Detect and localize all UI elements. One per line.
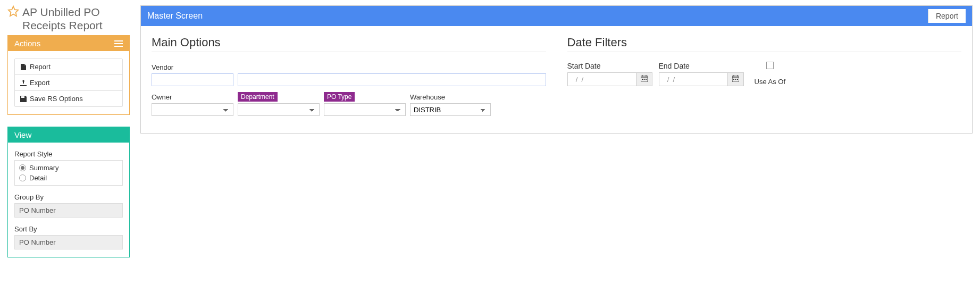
report-style-label: Report Style xyxy=(14,150,123,158)
actions-panel: Actions Report Export xyxy=(7,35,130,115)
master-screen: Master Screen Report Main Options Vendor xyxy=(140,5,973,134)
vendor-code-input[interactable] xyxy=(152,73,233,86)
page-title-text: AP Unbilled PO Receipts Report xyxy=(22,5,130,32)
sort-by-label: Sort By xyxy=(14,225,123,233)
file-icon xyxy=(20,64,27,70)
action-label: Export xyxy=(30,79,50,87)
use-as-of-label: Use As Of xyxy=(755,78,786,86)
main-options-title: Main Options xyxy=(152,36,546,52)
end-date-input[interactable] xyxy=(659,72,728,86)
vendor-name-input[interactable] xyxy=(238,73,546,86)
radio-summary-label: Summary xyxy=(29,164,59,172)
radio-detail[interactable]: Detail xyxy=(19,173,118,183)
action-save-rs-options[interactable]: Save RS Options xyxy=(15,91,122,106)
action-report[interactable]: Report xyxy=(15,59,122,75)
action-label: Report xyxy=(30,63,51,71)
star-icon[interactable] xyxy=(7,5,19,17)
svg-rect-13 xyxy=(735,79,736,80)
po-type-select[interactable] xyxy=(324,103,406,116)
view-panel: View Report Style Summary Detail xyxy=(7,127,130,257)
calendar-icon xyxy=(732,75,739,84)
menu-icon[interactable] xyxy=(114,40,123,47)
sort-by-select[interactable]: PO Number xyxy=(14,235,123,249)
tab-report[interactable]: Report xyxy=(928,9,966,23)
svg-rect-12 xyxy=(733,79,734,80)
use-as-of-checkbox[interactable] xyxy=(766,62,774,69)
po-type-label: PO Type xyxy=(324,92,355,102)
main-options-section: Main Options Vendor Owner xyxy=(152,36,546,118)
radio-summary[interactable]: Summary xyxy=(19,163,118,173)
action-export[interactable]: Export xyxy=(15,75,122,91)
warehouse-label: Warehouse xyxy=(410,91,491,102)
radio-detail-label: Detail xyxy=(29,174,47,182)
group-by-select[interactable]: PO Number xyxy=(14,203,123,218)
date-filters-section: Date Filters Start Date xyxy=(567,36,962,86)
master-header: Master Screen Report xyxy=(141,6,972,26)
calendar-icon xyxy=(641,75,648,84)
svg-rect-6 xyxy=(643,79,644,80)
end-date-label: End Date xyxy=(659,62,744,70)
radio-icon xyxy=(19,164,26,171)
actions-header-text: Actions xyxy=(14,39,40,48)
date-filters-title: Date Filters xyxy=(567,36,962,52)
master-header-text: Master Screen xyxy=(147,11,203,21)
action-label: Save RS Options xyxy=(30,95,83,103)
owner-label: Owner xyxy=(152,91,233,102)
owner-select[interactable] xyxy=(152,103,233,116)
svg-rect-14 xyxy=(737,79,738,80)
department-select[interactable] xyxy=(238,103,320,116)
upload-icon xyxy=(20,80,27,86)
warehouse-select[interactable]: DISTRIB xyxy=(410,103,491,116)
actions-list: Report Export Save RS Options xyxy=(14,59,123,107)
end-date-calendar-button[interactable] xyxy=(728,72,744,86)
svg-marker-0 xyxy=(9,6,18,16)
start-date-calendar-button[interactable] xyxy=(636,72,652,86)
svg-rect-7 xyxy=(646,79,647,80)
svg-rect-5 xyxy=(642,79,643,80)
start-date-input[interactable] xyxy=(567,72,636,86)
view-header: View xyxy=(8,127,129,143)
group-by-label: Group By xyxy=(14,193,123,201)
actions-header: Actions xyxy=(8,36,129,51)
start-date-label: Start Date xyxy=(567,62,652,70)
vendor-label: Vendor xyxy=(152,62,546,72)
report-style-radio-group: Summary Detail xyxy=(14,160,123,186)
save-icon xyxy=(20,96,27,102)
view-header-text: View xyxy=(14,130,31,139)
department-label: Department xyxy=(238,92,278,102)
page-title: AP Unbilled PO Receipts Report xyxy=(7,5,130,32)
radio-icon xyxy=(19,174,26,181)
